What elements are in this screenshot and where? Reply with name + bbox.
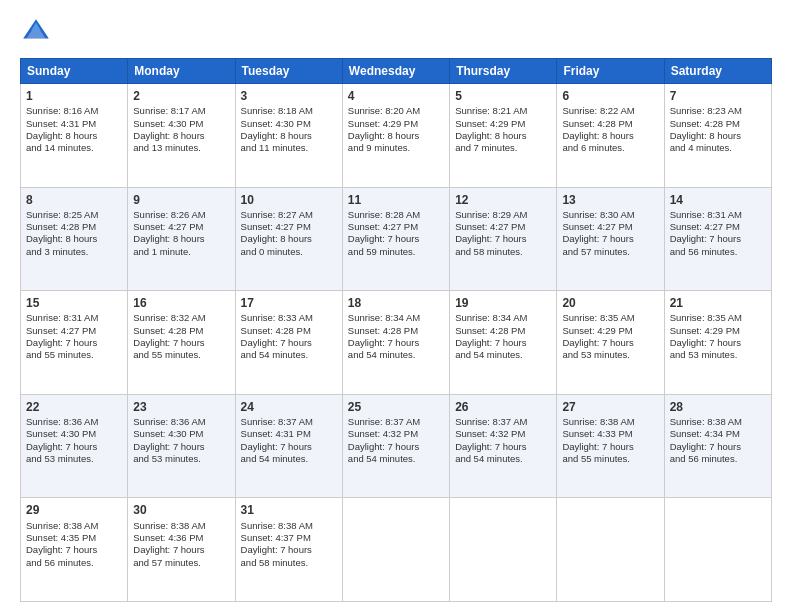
day-number: 1 (26, 88, 122, 104)
cell-info: Sunrise: 8:22 AMSunset: 4:28 PMDaylight:… (562, 105, 658, 154)
cell-info: Sunrise: 8:35 AMSunset: 4:29 PMDaylight:… (562, 312, 658, 361)
calendar-cell: 5Sunrise: 8:21 AMSunset: 4:29 PMDaylight… (450, 84, 557, 188)
calendar-cell: 18Sunrise: 8:34 AMSunset: 4:28 PMDayligh… (342, 291, 449, 395)
day-number: 12 (455, 192, 551, 208)
calendar-cell: 25Sunrise: 8:37 AMSunset: 4:32 PMDayligh… (342, 394, 449, 498)
day-number: 24 (241, 399, 337, 415)
day-header-saturday: Saturday (664, 59, 771, 84)
calendar-cell: 20Sunrise: 8:35 AMSunset: 4:29 PMDayligh… (557, 291, 664, 395)
calendar-cell: 6Sunrise: 8:22 AMSunset: 4:28 PMDaylight… (557, 84, 664, 188)
calendar-cell: 12Sunrise: 8:29 AMSunset: 4:27 PMDayligh… (450, 187, 557, 291)
cell-info: Sunrise: 8:34 AMSunset: 4:28 PMDaylight:… (455, 312, 551, 361)
calendar-cell: 3Sunrise: 8:18 AMSunset: 4:30 PMDaylight… (235, 84, 342, 188)
day-header-sunday: Sunday (21, 59, 128, 84)
calendar-cell: 1Sunrise: 8:16 AMSunset: 4:31 PMDaylight… (21, 84, 128, 188)
calendar-cell: 31Sunrise: 8:38 AMSunset: 4:37 PMDayligh… (235, 498, 342, 602)
day-header-monday: Monday (128, 59, 235, 84)
day-number: 9 (133, 192, 229, 208)
cell-info: Sunrise: 8:38 AMSunset: 4:33 PMDaylight:… (562, 416, 658, 465)
calendar-cell: 10Sunrise: 8:27 AMSunset: 4:27 PMDayligh… (235, 187, 342, 291)
day-number: 14 (670, 192, 766, 208)
calendar-cell: 30Sunrise: 8:38 AMSunset: 4:36 PMDayligh… (128, 498, 235, 602)
cell-info: Sunrise: 8:27 AMSunset: 4:27 PMDaylight:… (241, 209, 337, 258)
day-number: 19 (455, 295, 551, 311)
calendar-cell: 14Sunrise: 8:31 AMSunset: 4:27 PMDayligh… (664, 187, 771, 291)
day-number: 23 (133, 399, 229, 415)
day-number: 15 (26, 295, 122, 311)
day-number: 13 (562, 192, 658, 208)
cell-info: Sunrise: 8:30 AMSunset: 4:27 PMDaylight:… (562, 209, 658, 258)
calendar-cell: 4Sunrise: 8:20 AMSunset: 4:29 PMDaylight… (342, 84, 449, 188)
cell-info: Sunrise: 8:31 AMSunset: 4:27 PMDaylight:… (26, 312, 122, 361)
cell-info: Sunrise: 8:29 AMSunset: 4:27 PMDaylight:… (455, 209, 551, 258)
day-header-tuesday: Tuesday (235, 59, 342, 84)
cell-info: Sunrise: 8:21 AMSunset: 4:29 PMDaylight:… (455, 105, 551, 154)
calendar-cell: 17Sunrise: 8:33 AMSunset: 4:28 PMDayligh… (235, 291, 342, 395)
cell-info: Sunrise: 8:18 AMSunset: 4:30 PMDaylight:… (241, 105, 337, 154)
cell-info: Sunrise: 8:33 AMSunset: 4:28 PMDaylight:… (241, 312, 337, 361)
day-number: 10 (241, 192, 337, 208)
cell-info: Sunrise: 8:37 AMSunset: 4:32 PMDaylight:… (348, 416, 444, 465)
cell-info: Sunrise: 8:32 AMSunset: 4:28 PMDaylight:… (133, 312, 229, 361)
calendar-cell: 22Sunrise: 8:36 AMSunset: 4:30 PMDayligh… (21, 394, 128, 498)
day-number: 20 (562, 295, 658, 311)
day-number: 3 (241, 88, 337, 104)
day-number: 11 (348, 192, 444, 208)
day-header-thursday: Thursday (450, 59, 557, 84)
calendar-cell: 8Sunrise: 8:25 AMSunset: 4:28 PMDaylight… (21, 187, 128, 291)
day-number: 29 (26, 502, 122, 518)
day-number: 4 (348, 88, 444, 104)
day-number: 2 (133, 88, 229, 104)
calendar-cell: 2Sunrise: 8:17 AMSunset: 4:30 PMDaylight… (128, 84, 235, 188)
calendar-cell (664, 498, 771, 602)
calendar: SundayMondayTuesdayWednesdayThursdayFrid… (20, 58, 772, 602)
calendar-cell: 23Sunrise: 8:36 AMSunset: 4:30 PMDayligh… (128, 394, 235, 498)
day-number: 25 (348, 399, 444, 415)
calendar-cell: 15Sunrise: 8:31 AMSunset: 4:27 PMDayligh… (21, 291, 128, 395)
logo (20, 16, 56, 48)
cell-info: Sunrise: 8:36 AMSunset: 4:30 PMDaylight:… (133, 416, 229, 465)
calendar-cell: 19Sunrise: 8:34 AMSunset: 4:28 PMDayligh… (450, 291, 557, 395)
cell-info: Sunrise: 8:38 AMSunset: 4:36 PMDaylight:… (133, 520, 229, 569)
cell-info: Sunrise: 8:38 AMSunset: 4:37 PMDaylight:… (241, 520, 337, 569)
day-number: 21 (670, 295, 766, 311)
cell-info: Sunrise: 8:17 AMSunset: 4:30 PMDaylight:… (133, 105, 229, 154)
cell-info: Sunrise: 8:26 AMSunset: 4:27 PMDaylight:… (133, 209, 229, 258)
day-number: 7 (670, 88, 766, 104)
day-number: 8 (26, 192, 122, 208)
cell-info: Sunrise: 8:38 AMSunset: 4:34 PMDaylight:… (670, 416, 766, 465)
calendar-cell: 24Sunrise: 8:37 AMSunset: 4:31 PMDayligh… (235, 394, 342, 498)
cell-info: Sunrise: 8:31 AMSunset: 4:27 PMDaylight:… (670, 209, 766, 258)
day-number: 16 (133, 295, 229, 311)
day-number: 6 (562, 88, 658, 104)
calendar-cell: 7Sunrise: 8:23 AMSunset: 4:28 PMDaylight… (664, 84, 771, 188)
calendar-cell: 26Sunrise: 8:37 AMSunset: 4:32 PMDayligh… (450, 394, 557, 498)
cell-info: Sunrise: 8:16 AMSunset: 4:31 PMDaylight:… (26, 105, 122, 154)
calendar-cell: 28Sunrise: 8:38 AMSunset: 4:34 PMDayligh… (664, 394, 771, 498)
cell-info: Sunrise: 8:34 AMSunset: 4:28 PMDaylight:… (348, 312, 444, 361)
cell-info: Sunrise: 8:38 AMSunset: 4:35 PMDaylight:… (26, 520, 122, 569)
cell-info: Sunrise: 8:20 AMSunset: 4:29 PMDaylight:… (348, 105, 444, 154)
day-number: 22 (26, 399, 122, 415)
calendar-cell (342, 498, 449, 602)
calendar-cell (557, 498, 664, 602)
day-number: 31 (241, 502, 337, 518)
calendar-cell: 27Sunrise: 8:38 AMSunset: 4:33 PMDayligh… (557, 394, 664, 498)
cell-info: Sunrise: 8:36 AMSunset: 4:30 PMDaylight:… (26, 416, 122, 465)
cell-info: Sunrise: 8:37 AMSunset: 4:32 PMDaylight:… (455, 416, 551, 465)
cell-info: Sunrise: 8:37 AMSunset: 4:31 PMDaylight:… (241, 416, 337, 465)
calendar-cell: 9Sunrise: 8:26 AMSunset: 4:27 PMDaylight… (128, 187, 235, 291)
day-number: 30 (133, 502, 229, 518)
calendar-cell: 21Sunrise: 8:35 AMSunset: 4:29 PMDayligh… (664, 291, 771, 395)
day-number: 17 (241, 295, 337, 311)
calendar-cell: 29Sunrise: 8:38 AMSunset: 4:35 PMDayligh… (21, 498, 128, 602)
cell-info: Sunrise: 8:28 AMSunset: 4:27 PMDaylight:… (348, 209, 444, 258)
day-number: 28 (670, 399, 766, 415)
day-number: 26 (455, 399, 551, 415)
day-number: 5 (455, 88, 551, 104)
day-header-wednesday: Wednesday (342, 59, 449, 84)
cell-info: Sunrise: 8:35 AMSunset: 4:29 PMDaylight:… (670, 312, 766, 361)
day-number: 27 (562, 399, 658, 415)
calendar-cell: 13Sunrise: 8:30 AMSunset: 4:27 PMDayligh… (557, 187, 664, 291)
cell-info: Sunrise: 8:23 AMSunset: 4:28 PMDaylight:… (670, 105, 766, 154)
